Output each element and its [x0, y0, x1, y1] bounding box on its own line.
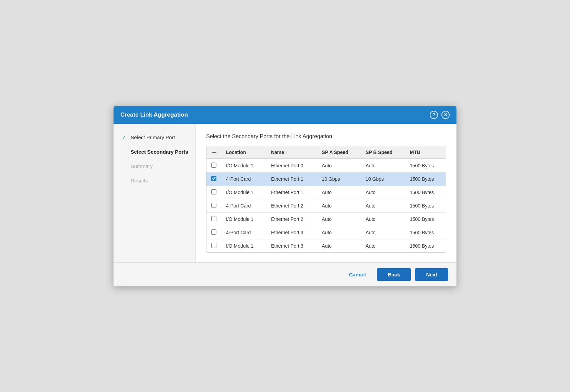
row-checkbox[interactable] [211, 189, 216, 194]
help-button[interactable]: ? [430, 111, 438, 119]
sidebar-item-summary: Summary [120, 163, 189, 170]
sidebar-label-select-primary-port: Select Primary Port [131, 134, 175, 140]
section-title: Select the Secondary Ports for the Link … [206, 133, 446, 140]
row-checkbox[interactable] [211, 163, 216, 168]
row-cell-name: Ethernet Port 0 [266, 159, 317, 173]
row-cell-spa_speed: Auto [317, 199, 361, 212]
dialog-body: ✓ Select Primary Port Select Secondary P… [114, 124, 456, 262]
row-cell-spb_speed: 10 Gbps [361, 172, 405, 186]
table-row[interactable]: 4-Port CardEthernet Port 3AutoAuto1500 B… [206, 226, 446, 239]
row-cell-name: Ethernet Port 1 [266, 186, 317, 199]
close-button[interactable]: ✕ [441, 111, 450, 119]
row-checkbox[interactable] [211, 203, 216, 208]
table-body: I/O Module 1Ethernet Port 0AutoAuto1500 … [206, 159, 446, 252]
placeholder-icon-summary [120, 163, 127, 170]
row-cell-spa_speed: 10 Gbps [317, 172, 361, 186]
row-cell-mtu: 1500 Bytes [405, 239, 446, 252]
row-cell-spa_speed: Auto [317, 186, 361, 199]
cancel-button[interactable]: Cancel [342, 268, 372, 281]
dialog-header: Create Link Aggregation ? ✕ [114, 106, 456, 124]
column-header-location: Location [221, 146, 266, 159]
row-cell-mtu: 1500 Bytes [405, 159, 446, 173]
table-row[interactable]: I/O Module 1Ethernet Port 2AutoAuto1500 … [206, 212, 446, 226]
row-cell-mtu: 1500 Bytes [405, 226, 446, 239]
ports-table: Location Name ↑ SP A Speed [206, 146, 446, 252]
placeholder-icon-results [120, 177, 127, 184]
header-icons: ? ✕ [430, 111, 450, 119]
row-cell-location: I/O Module 1 [221, 239, 266, 252]
row-checkbox-cell[interactable] [206, 159, 221, 173]
sidebar-label-results: Results [131, 178, 148, 183]
next-button[interactable]: Next [415, 268, 448, 281]
sidebar-item-results: Results [120, 177, 189, 184]
row-cell-spb_speed: Auto [361, 226, 405, 239]
main-content: Select the Secondary Ports for the Link … [196, 124, 456, 262]
select-all-header[interactable] [206, 146, 221, 159]
sort-arrow-name: ↑ [286, 150, 288, 154]
row-cell-spa_speed: Auto [317, 239, 361, 252]
row-cell-name: Ethernet Port 2 [266, 199, 317, 212]
table-row[interactable]: I/O Module 1Ethernet Port 3AutoAuto1500 … [206, 239, 446, 252]
dialog-footer: Cancel Back Next [114, 262, 456, 286]
row-cell-spb_speed: Auto [361, 212, 405, 226]
row-cell-spb_speed: Auto [361, 186, 405, 199]
row-cell-spb_speed: Auto [361, 199, 405, 212]
row-cell-location: 4-Port Card [221, 226, 266, 239]
row-cell-location: I/O Module 1 [221, 159, 266, 173]
row-cell-name: Ethernet Port 3 [266, 226, 317, 239]
row-cell-name: Ethernet Port 2 [266, 212, 317, 226]
sidebar-item-select-primary-port: ✓ Select Primary Port [120, 134, 189, 141]
table-header-row: Location Name ↑ SP A Speed [206, 146, 446, 159]
row-cell-mtu: 1500 Bytes [405, 212, 446, 226]
table-row[interactable]: 4-Port CardEthernet Port 2AutoAuto1500 B… [206, 199, 446, 212]
sidebar: ✓ Select Primary Port Select Secondary P… [114, 124, 196, 262]
column-header-mtu: MTU [405, 146, 446, 159]
dialog-title: Create Link Aggregation [120, 111, 188, 118]
row-cell-spb_speed: Auto [361, 239, 405, 252]
row-checkbox-cell[interactable] [206, 199, 221, 212]
select-all-dash-icon [212, 152, 216, 153]
row-checkbox[interactable] [211, 229, 216, 235]
row-checkbox[interactable] [211, 216, 216, 221]
row-cell-location: 4-Port Card [221, 199, 266, 212]
column-header-name[interactable]: Name ↑ [266, 146, 317, 159]
row-checkbox-cell[interactable] [206, 239, 221, 252]
active-dot-icon [120, 149, 127, 155]
row-checkbox-cell[interactable] [206, 226, 221, 239]
table-row[interactable]: 4-Port CardEthernet Port 110 Gbps10 Gbps… [206, 172, 446, 186]
row-cell-mtu: 1500 Bytes [405, 172, 446, 186]
column-header-spb-speed: SP B Speed [361, 146, 405, 159]
table-row[interactable]: I/O Module 1Ethernet Port 0AutoAuto1500 … [206, 159, 446, 173]
table-row[interactable]: I/O Module 1Ethernet Port 1AutoAuto1500 … [206, 186, 446, 199]
row-cell-location: 4-Port Card [221, 172, 266, 186]
row-cell-spa_speed: Auto [317, 159, 361, 173]
row-checkbox[interactable] [211, 176, 216, 181]
row-checkbox-cell[interactable] [206, 172, 221, 186]
row-cell-location: I/O Module 1 [221, 186, 266, 199]
create-link-aggregation-dialog: Create Link Aggregation ? ✕ ✓ Select Pri… [114, 106, 456, 286]
sidebar-label-summary: Summary [131, 163, 153, 169]
row-checkbox-cell[interactable] [206, 212, 221, 226]
sidebar-item-select-secondary-ports: Select Secondary Ports [120, 149, 189, 155]
ports-table-container: Location Name ↑ SP A Speed [206, 146, 446, 253]
row-checkbox-cell[interactable] [206, 186, 221, 199]
row-cell-mtu: 1500 Bytes [405, 186, 446, 199]
row-cell-name: Ethernet Port 1 [266, 172, 317, 186]
row-checkbox[interactable] [211, 243, 216, 248]
row-cell-spa_speed: Auto [317, 212, 361, 226]
back-button[interactable]: Back [377, 268, 411, 281]
row-cell-location: I/O Module 1 [221, 212, 266, 226]
row-cell-spb_speed: Auto [361, 159, 405, 173]
row-cell-spa_speed: Auto [317, 226, 361, 239]
checkmark-icon: ✓ [120, 134, 127, 141]
sidebar-label-select-secondary-ports: Select Secondary Ports [131, 149, 188, 155]
row-cell-mtu: 1500 Bytes [405, 199, 446, 212]
column-header-spa-speed: SP A Speed [317, 146, 361, 159]
row-cell-name: Ethernet Port 3 [266, 239, 317, 252]
